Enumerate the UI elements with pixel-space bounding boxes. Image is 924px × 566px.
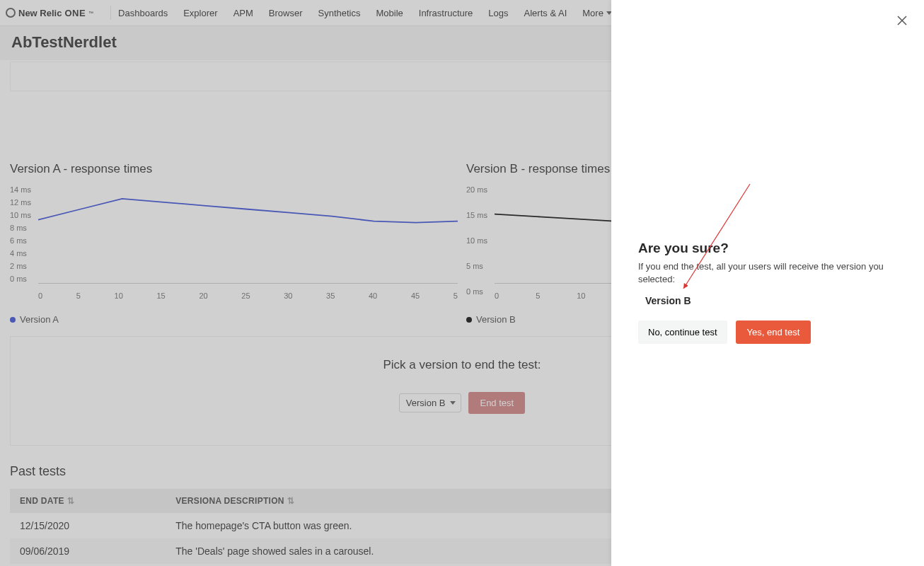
close-icon[interactable]: [897, 16, 907, 28]
version-select[interactable]: Version B: [399, 393, 462, 412]
nav-browser[interactable]: Browser: [269, 8, 303, 18]
chart-b-yticks: 20 ms 15 ms 10 ms 5 ms 0 ms: [466, 183, 487, 298]
legend-dot-b: [466, 317, 472, 323]
nav-apm[interactable]: APM: [233, 8, 253, 18]
dialog-selected-version: Version B: [645, 295, 897, 306]
nav-links: Dashboards Explorer APM Browser Syntheti…: [118, 8, 567, 18]
confirm-panel: Are you sure? If you end the test, all y…: [611, 0, 924, 566]
nav-more[interactable]: More: [582, 8, 612, 18]
version-select-value: Version B: [406, 398, 446, 408]
cancel-button[interactable]: No, continue test: [638, 320, 727, 344]
nav-dashboards[interactable]: Dashboards: [118, 8, 168, 18]
nav-alerts-ai[interactable]: Alerts & AI: [524, 8, 567, 18]
sort-icon: ⇅: [67, 496, 74, 506]
confirm-button[interactable]: Yes, end test: [736, 320, 812, 344]
brand-one: ONE: [64, 8, 86, 18]
nav-more-label: More: [582, 8, 604, 18]
chart-a-xticks: 0 5 10 15 20 25 30 35 40 45 5: [38, 291, 458, 300]
chart-a-title: Version A - response times: [10, 162, 458, 176]
end-test-button[interactable]: End test: [468, 392, 525, 414]
dialog-subtext: If you end the test, all your users will…: [638, 260, 897, 285]
brand-tm: ™: [88, 11, 93, 16]
chart-version-a: Version A - response times 14 ms 12 ms 1…: [10, 162, 458, 325]
sort-icon: ⇅: [287, 496, 294, 506]
col-end-date[interactable]: END DATE⇅: [10, 489, 166, 513]
brand: New Relic ONE™: [6, 8, 93, 18]
nav-explorer[interactable]: Explorer: [183, 8, 217, 18]
brand-logo-icon: [6, 8, 16, 18]
nav-logs[interactable]: Logs: [488, 8, 508, 18]
chart-a-legend: Version A: [10, 314, 458, 325]
nav-mobile[interactable]: Mobile: [376, 8, 403, 18]
legend-dot-a: [10, 317, 16, 323]
chart-a-plot: [38, 185, 458, 284]
nav-infrastructure[interactable]: Infrastructure: [419, 8, 473, 18]
chart-a-yticks: 14 ms 12 ms 10 ms 8 ms 6 ms 4 ms 2 ms 0 …: [10, 183, 31, 285]
col-version-a[interactable]: VERSIONA DESCRIPTION⇅: [166, 489, 622, 513]
nav-separator: [110, 6, 111, 20]
dialog-heading: Are you sure?: [638, 241, 897, 256]
brand-name: New Relic: [18, 8, 62, 18]
nav-synthetics[interactable]: Synthetics: [318, 8, 360, 18]
